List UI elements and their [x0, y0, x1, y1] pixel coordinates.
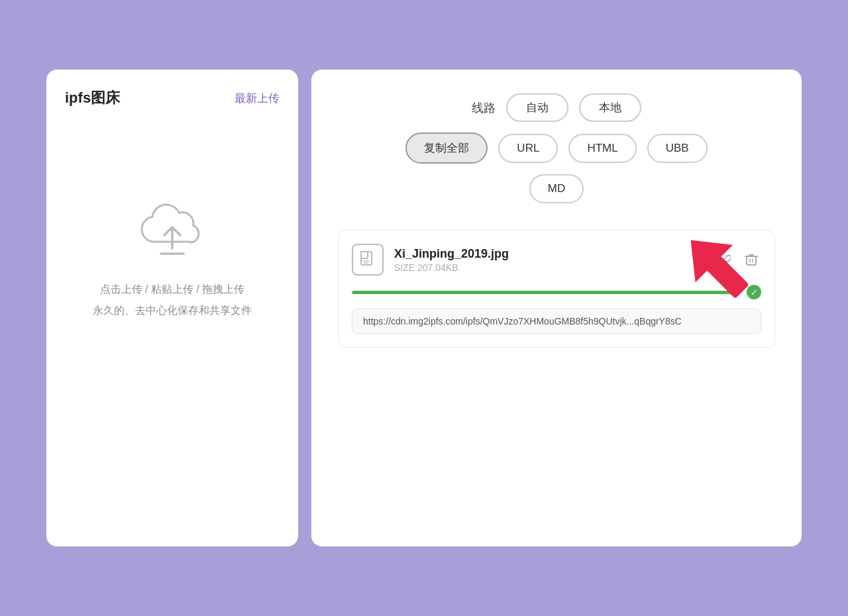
- file-actions: [714, 250, 761, 270]
- route-row: 线路 自动 本地: [472, 93, 641, 122]
- file-size: SIZE:207.04KB: [394, 262, 509, 273]
- md-button[interactable]: MD: [529, 174, 584, 203]
- right-panel: 线路 自动 本地 复制全部 URL HTML UBB MD: [311, 70, 802, 546]
- svg-rect-6: [747, 256, 756, 265]
- progress-check: ✓: [747, 285, 761, 299]
- left-header: ipfs图床 最新上传: [65, 88, 280, 108]
- latest-upload-link[interactable]: 最新上传: [235, 91, 280, 106]
- progress-row: ✓: [352, 285, 761, 299]
- svg-rect-3: [361, 252, 368, 258]
- left-panel: ipfs图床 最新上传 点击上传 / 粘贴上传 / 拖拽上传 永久的、去中心化保…: [46, 70, 298, 546]
- upload-area[interactable]: 点击上传 / 粘贴上传 / 拖拽上传 永久的、去中心化保存和共享文件: [93, 201, 252, 321]
- upload-icon: [136, 201, 209, 260]
- local-button[interactable]: 本地: [579, 93, 641, 122]
- file-header: Xi_Jinping_2019.jpg SIZE:207.04KB: [352, 244, 761, 276]
- route-section: 线路 自动 本地 复制全部 URL HTML UBB MD: [338, 93, 775, 203]
- auto-button[interactable]: 自动: [506, 93, 568, 122]
- url-box[interactable]: https://cdn.img2ipfs.com/ipfs/QmVJzo7XHM…: [352, 309, 761, 334]
- file-info: Xi_Jinping_2019.jpg SIZE:207.04KB: [352, 244, 509, 276]
- copy-all-button[interactable]: 复制全部: [405, 132, 488, 164]
- ubb-button[interactable]: UBB: [647, 134, 708, 163]
- url-button[interactable]: URL: [498, 134, 558, 163]
- html-button[interactable]: HTML: [568, 134, 636, 163]
- progress-fill: [352, 291, 740, 294]
- delete-button[interactable]: [741, 250, 761, 270]
- file-name: Xi_Jinping_2019.jpg: [394, 247, 509, 261]
- progress-bar: [352, 291, 740, 294]
- app-title: ipfs图床: [65, 88, 120, 108]
- file-card: Xi_Jinping_2019.jpg SIZE:207.04KB: [338, 230, 775, 348]
- upload-text: 点击上传 / 粘贴上传 / 拖拽上传 永久的、去中心化保存和共享文件: [93, 279, 252, 321]
- route-label: 线路: [472, 100, 496, 116]
- copy-link-button[interactable]: [714, 250, 733, 270]
- file-name-size: Xi_Jinping_2019.jpg SIZE:207.04KB: [394, 247, 509, 273]
- file-icon: [352, 244, 384, 276]
- md-row: MD: [529, 174, 584, 203]
- copy-buttons-row: 复制全部 URL HTML UBB: [405, 132, 707, 164]
